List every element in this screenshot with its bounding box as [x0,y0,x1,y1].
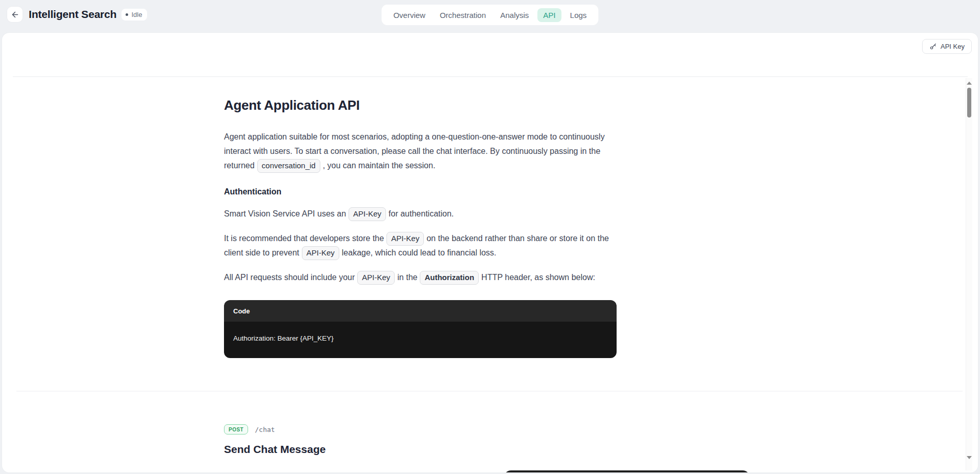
endpoint-description: Create a conversation message or continu… [224,469,483,472]
intro-paragraph: Agent application suitable for most scen… [224,130,619,173]
status-dot-icon [126,13,128,16]
tab-api[interactable]: API [538,8,561,22]
api-key-button[interactable]: API Key [922,39,972,54]
scrollbar-thumb[interactable] [967,88,971,117]
panel-toolbar: API Key [2,33,978,76]
api-key-chip: API-Key [349,207,386,221]
scroll-up-icon[interactable] [967,82,972,85]
code-block-title: Code [224,300,617,322]
scroll-down-icon[interactable] [967,456,972,459]
conversation-id-chip: conversation_id [257,159,320,173]
endpoint-path: /chat [255,426,275,433]
api-key-button-label: API Key [941,43,965,50]
status-label: Idle [131,11,142,18]
api-key-chip: API-Key [302,246,339,260]
endpoint-title: Send Chat Message [224,443,483,456]
tab-analysis[interactable]: Analysis [495,8,535,22]
tab-orchestration[interactable]: Orchestration [434,8,492,22]
tab-bar: Overview Orchestration Analysis API Logs [381,5,598,25]
back-button[interactable] [7,7,23,22]
endpoint-section: POST /chat Send Chat Message Create a co… [2,391,978,472]
request-panel: Request [504,470,750,472]
doc-title: Agent Application API [224,97,752,113]
post-method-badge: POST [224,424,248,434]
code-block-content[interactable]: Authorization: Bearer {API_KEY} [224,322,617,358]
code-block: Code Authorization: Bearer {API_KEY} [224,300,617,358]
authentication-heading: Authentication [224,187,619,196]
auth-paragraph-2: It is recommended that developers store … [224,231,619,260]
vertical-scrollbar[interactable] [966,78,972,470]
api-key-chip: API-Key [357,271,395,285]
auth-paragraph-1: Smart Vision Service API uses anAPI-Keyf… [224,207,619,221]
status-badge: Idle [121,9,147,21]
auth-paragraph-3: All API requests should include yourAPI-… [224,270,619,285]
authorization-chip: Authorization [420,271,479,285]
request-panel-title: Request [504,470,750,472]
tab-overview[interactable]: Overview [387,8,431,22]
api-key-chip: API-Key [386,232,424,246]
doc-scroll-area: Agent Application API Agent application … [2,77,978,472]
app-title: Intelligent Search [29,8,116,21]
key-icon [929,43,937,50]
tab-logs[interactable]: Logs [564,8,593,22]
top-bar: Intelligent Search Idle Overview Orchest… [0,0,980,29]
main-panel: API Key Agent Application API Agent appl… [2,33,978,472]
arrow-left-icon [11,10,19,19]
